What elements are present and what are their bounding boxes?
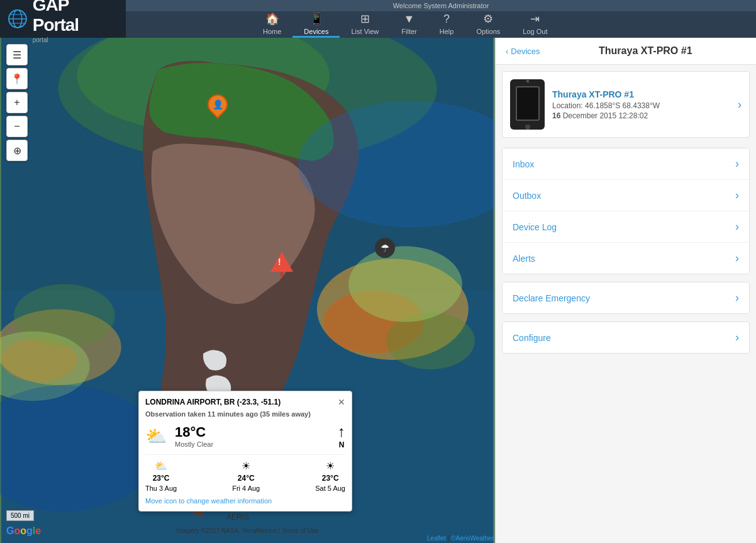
forecast-day-2: ☀ 24°C Fri 4 Aug [232,460,260,492]
north-marker[interactable]: 👤 [208,94,228,115]
svg-point-15 [348,246,462,322]
nav-home-label: Home [263,28,281,35]
alert-marker[interactable] [270,252,293,277]
forecast-temp-2: 24°C [238,474,255,483]
forecast-label-2: Fri 4 Aug [232,484,260,492]
weather-close-button[interactable]: ✕ [338,398,345,406]
outbox-label: Outbox [513,191,735,201]
back-button[interactable]: ‹ Devices [506,47,540,56]
scale-bar: 500 mi [6,510,34,521]
device-date-bold: 16 [552,111,560,120]
crosshair-icon: ⊕ [13,145,21,157]
options-icon: ⚙ [483,12,493,26]
minus-icon: − [14,121,19,132]
leaflet-link[interactable]: Leaflet [427,535,446,542]
map-controls: ☰ 📍 + − ⊕ [6,44,28,161]
alerts-item[interactable]: Alerts › [503,243,749,274]
forecast-day-1: ⛅ 23°C Thu 3 Aug [145,460,177,492]
weather-header: LONDRINA AIRPORT, BR (-23.3, -51.1) ✕ [145,398,345,406]
weather-time-bold: 11 minutes ago [208,410,258,418]
right-panel: ‹ Devices Thuraya XT-PRO #1 Thuraya XT-P… [495,38,756,543]
logo-text-group: GAP Portal portal [33,0,118,43]
back-label: Devices [511,47,540,56]
declare-emergency-item[interactable]: Declare Emergency › [503,283,749,313]
google-text-g2: g [26,525,33,536]
weather-forecast: ⛅ 23°C Thu 3 Aug ☀ 24°C Fri 4 Aug ☀ 23°C… [145,460,345,492]
crosshair-button[interactable]: ⊕ [6,140,28,161]
configure-item[interactable]: Configure › [503,322,749,353]
aeris-svg: AERIS [226,510,264,523]
weather-observation: Observation taken 11 minutes ago (35 mil… [145,410,345,418]
outbox-item[interactable]: Outbox › [503,180,749,211]
weather-location: LONDRINA AIRPORT, BR (-23.3, -51.1) [145,398,281,406]
alert-triangle-icon [270,252,293,272]
weather-temp-group: 18°C Mostly Clear [175,424,213,448]
inbox-item[interactable]: Inbox › [503,148,749,180]
weather-obs-text: Observation taken [145,410,206,418]
nav-options[interactable]: ⚙ Options [465,11,511,38]
map-divider [493,38,495,543]
nav-home[interactable]: 🏠 Home [252,11,292,38]
alerts-chevron: › [735,252,739,265]
welcome-bar: Welcome System Administrator [126,0,756,11]
emergency-chevron: › [735,291,739,305]
back-chevron-icon: ‹ [506,47,508,56]
device-date-rest: December 2015 12:28:02 [563,111,648,120]
svg-text:AERIS: AERIS [226,513,249,522]
globe-icon [8,9,28,29]
scale-label: 500 mi [11,512,30,519]
weather-description: Mostly Clear [175,440,213,448]
aeris-logo: AERIS [226,510,264,524]
device-name: Thuraya XT-PRO #1 [552,89,730,99]
device-card[interactable]: Thuraya XT-PRO #1 Location: 46.1858°S 68… [502,71,750,138]
nav-help-label: Help [440,28,454,35]
nav-logout-label: Log Out [523,28,547,35]
device-info: Thuraya XT-PRO #1 Location: 46.1858°S 68… [552,89,730,120]
nav-filter[interactable]: ▼ Filter [390,11,428,38]
inbox-chevron: › [735,157,739,171]
weather-move-note[interactable]: Move icon to change weather information [145,497,345,505]
device-image [510,79,545,130]
locate-button[interactable]: 📍 [6,68,28,89]
google-text-e: e [35,525,41,536]
umbrella-icon: ☂ [375,238,395,258]
phone-button [525,125,530,130]
zoom-out-button[interactable]: − [6,116,28,137]
map-container[interactable]: ☰ 📍 + − ⊕ 👤 [0,38,495,543]
forecast-icon-2: ☀ [242,460,250,472]
alert-pin-tail [281,272,283,277]
orange-pin: 👤 [208,94,228,115]
forecast-temp-1: 23°C [153,474,170,483]
alerts-label: Alerts [513,254,735,264]
zoom-in-button[interactable]: + [6,92,28,113]
pin-head: 👤 [203,90,231,118]
configure-label: Configure [513,333,735,343]
configure-section: Configure › [502,322,750,354]
weather-time-rest: (35 miles away) [260,410,311,418]
google-text-g: G [6,525,14,536]
device-time: 16 December 2015 12:28:02 [552,111,730,120]
device-log-chevron: › [735,220,739,233]
nav-logout[interactable]: ⇥ Log Out [511,11,559,38]
main-menu-section: Inbox › Outbox › Device Log › Alerts › [502,148,750,274]
phone-speaker [526,80,529,82]
device-log-label: Device Log [513,222,735,232]
umbrella-marker[interactable]: ☂ [375,238,395,258]
weather-current: ⛅ 18°C Mostly Clear ↑ N [145,423,345,455]
location-label: Location: [552,101,583,110]
nav-help[interactable]: ? Help [428,11,465,38]
device-log-item[interactable]: Device Log › [503,211,749,243]
nav-filter-label: Filter [401,28,416,35]
aeris-link[interactable]: ©AerisWeather [451,535,494,542]
menu-button[interactable]: ☰ [6,44,28,65]
pin-icon: 📍 [11,73,23,85]
logo-text: GAP Portal [33,0,118,35]
logo-area: GAP Portal portal [0,0,126,38]
nav-list-label: List View [351,28,379,35]
logo-subtitle: portal [33,36,118,43]
weather-sun-icon: ⛅ [145,426,167,447]
forecast-icon-1: ⛅ [155,460,167,472]
nav-devices[interactable]: 📱 Devices [292,11,340,38]
nav-list-view[interactable]: ⊞ List View [340,11,390,38]
list-view-icon: ⊞ [360,12,370,26]
